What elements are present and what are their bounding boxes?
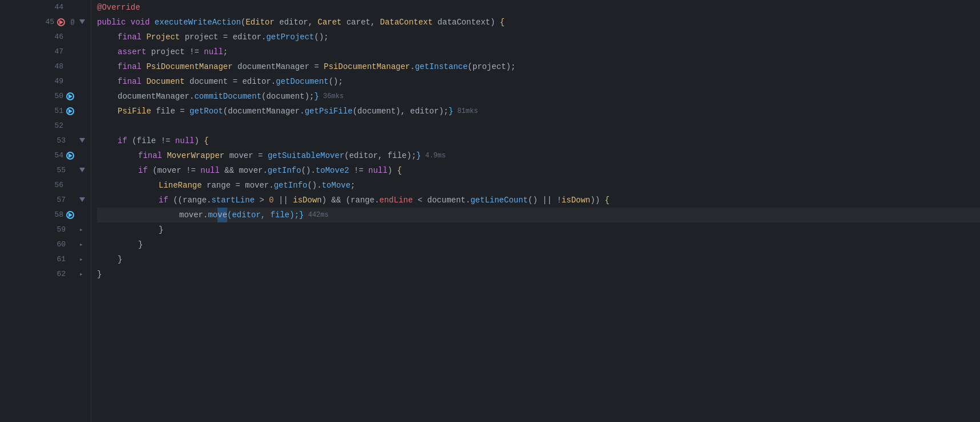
- line-number-60: 60: [50, 237, 66, 252]
- fold-triangle-53[interactable]: [79, 138, 85, 143]
- code-line-59: }: [97, 222, 980, 237]
- type-caret: Caret: [318, 15, 342, 30]
- run-arrow-54: [68, 153, 72, 158]
- line-number-45: 45: [38, 15, 54, 30]
- gutter-line-57: 57: [0, 193, 91, 208]
- gutter-line-51: 51: [0, 104, 91, 119]
- fold-45[interactable]: [79, 15, 86, 30]
- code-line-46: final Project project = editor.getProjec…: [97, 30, 980, 44]
- fold-55[interactable]: [79, 163, 86, 178]
- code-line-53: if (file != null) {: [97, 133, 980, 148]
- run-circle-58[interactable]: [66, 211, 74, 219]
- line-number-53: 53: [50, 133, 66, 148]
- gutter-line-59: 59 ▸: [0, 222, 91, 237]
- fold-triangle-45[interactable]: [79, 19, 85, 24]
- run-icon-45[interactable]: [57, 18, 66, 27]
- code-line-62: }: [97, 267, 980, 282]
- method-getInfo-56: getInfo: [274, 178, 308, 193]
- fold-53[interactable]: [79, 133, 86, 148]
- spacer-46: [66, 33, 75, 42]
- line-number-49: 49: [47, 74, 63, 89]
- perf-58: 442ms: [304, 208, 328, 222]
- fold-close-62[interactable]: ▸: [79, 267, 86, 282]
- code-line-44: @Override: [97, 0, 980, 15]
- perf-54: 4.9ms: [421, 148, 446, 163]
- run-arrow-50: [68, 94, 72, 99]
- code-line-57: if ((range.startLine > 0 || isDown) && (…: [97, 193, 980, 208]
- type-datacontext: DataContext: [380, 15, 433, 30]
- spacer-53: [68, 136, 77, 145]
- line-number-62: 62: [50, 267, 66, 282]
- method-move: mo: [208, 208, 217, 222]
- code-line-60: }: [97, 237, 980, 252]
- kw-public: public: [97, 15, 131, 30]
- fold-close-59[interactable]: ▸: [79, 222, 86, 237]
- type-document: Document: [146, 74, 184, 89]
- run-arrow-58: [68, 213, 72, 217]
- line-number-51: 51: [47, 104, 63, 119]
- code-line-45: public void executeWriteAction(Editor ed…: [97, 15, 980, 30]
- spacer2-56: [77, 181, 86, 190]
- kw-assert: assert: [118, 44, 151, 59]
- type-editor: Editor: [245, 15, 274, 30]
- code-line-54: final MoverWrapper mover = getSuitableMo…: [97, 148, 980, 163]
- spacer2-52: [77, 121, 86, 131]
- line-number-57: 57: [50, 193, 66, 208]
- gutter-line-46: 46: [0, 30, 91, 44]
- run-icon-54[interactable]: [66, 151, 75, 160]
- fold-close-60[interactable]: ▸: [79, 237, 86, 252]
- gutter: 44 45 @ 46 47: [0, 0, 91, 422]
- spacer2-50: [77, 92, 86, 101]
- line-number-59: 59: [50, 222, 66, 237]
- run-circle-51[interactable]: [66, 107, 74, 115]
- code-line-47: assert project != null;: [97, 44, 980, 59]
- type-moverWrapper: MoverWrapper: [167, 148, 224, 163]
- annotation-override: @Override: [97, 0, 140, 15]
- fold-triangle-57[interactable]: [79, 197, 85, 202]
- type-project: Project: [146, 30, 180, 44]
- spacer-59: [68, 225, 77, 234]
- code-line-55: if (mover != null && mover.getInfo().toM…: [97, 163, 980, 178]
- gutter-line-49: 49: [0, 74, 91, 89]
- code-line-51: PsiFile file = getRoot(documentManager.g…: [97, 104, 980, 119]
- method-getRoot: getRoot: [189, 104, 223, 119]
- spacer2-46: [77, 33, 86, 42]
- run-icon-50[interactable]: [66, 92, 75, 101]
- kw-final-48: final: [118, 59, 146, 74]
- code-line-52: [97, 119, 980, 133]
- run-icon-51[interactable]: [66, 107, 75, 116]
- line-number-47: 47: [47, 44, 63, 59]
- line-number-44: 44: [47, 0, 63, 15]
- spacer-47: [66, 47, 75, 56]
- kw-final-46: final: [118, 30, 146, 44]
- run-circle-54[interactable]: [66, 152, 74, 160]
- method-getInfo-55: getInfo: [268, 163, 301, 178]
- method-getPsiFile: getPsiFile: [305, 104, 353, 119]
- fold-57[interactable]: [79, 193, 86, 208]
- code-line-61: }: [97, 252, 980, 267]
- code-line-48: final PsiDocumentManager documentManager…: [97, 59, 980, 74]
- code-line-50: documentManager.commitDocument(document)…: [97, 89, 980, 104]
- method-executeWriteAction: executeWriteAction: [155, 15, 241, 30]
- spacer-57: [68, 196, 77, 205]
- spacer-56: [66, 181, 75, 190]
- spacer2-49: [77, 77, 86, 86]
- spacer-61: [68, 255, 77, 264]
- run-circle-50[interactable]: [66, 92, 74, 100]
- line-number-46: 46: [47, 30, 63, 44]
- method-getInstance: getInstance: [415, 59, 467, 74]
- fold-triangle-55[interactable]: [79, 168, 85, 172]
- code-editor: 44 45 @ 46 47: [0, 0, 980, 422]
- gutter-line-60: 60 ▸: [0, 237, 91, 252]
- spacer-52: [66, 121, 75, 131]
- perf-51: 81mks: [453, 104, 478, 119]
- run-circle-blue-45[interactable]: [57, 18, 65, 26]
- gutter-line-53: 53: [0, 133, 91, 148]
- run-icon-58[interactable]: [66, 210, 75, 220]
- type-psifile: PsiFile: [118, 104, 151, 119]
- spacer2-58: [77, 210, 86, 220]
- fold-close-61[interactable]: ▸: [79, 252, 86, 267]
- line-number-48: 48: [47, 59, 63, 74]
- spacer2-44: [77, 3, 86, 12]
- kw-if-55: if: [138, 163, 152, 178]
